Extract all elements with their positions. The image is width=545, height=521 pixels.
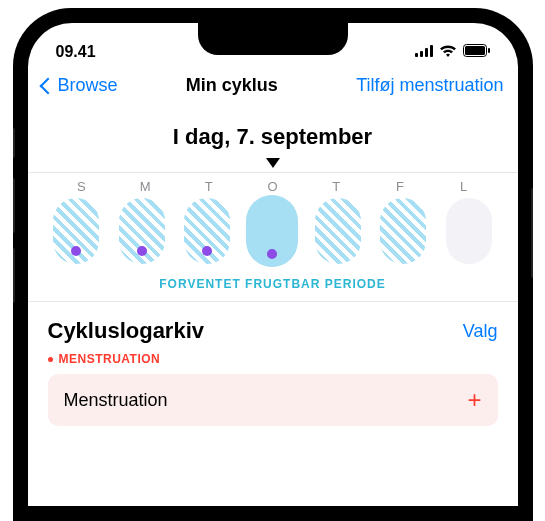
back-label: Browse — [58, 75, 118, 96]
wifi-icon — [439, 43, 457, 61]
svg-rect-5 — [465, 46, 485, 55]
status-icons — [415, 43, 490, 61]
svg-rect-0 — [415, 53, 418, 57]
options-button[interactable]: Valg — [463, 321, 498, 342]
week-strip[interactable]: SMTOTFL FORVENTET FRUGTBAR PERIODE — [28, 172, 518, 302]
log-row-label: Menstruation — [64, 390, 168, 411]
date-header: I dag, 7. september — [28, 104, 518, 158]
svg-rect-3 — [430, 45, 433, 57]
back-button[interactable]: Browse — [42, 75, 118, 96]
nav-title: Min cyklus — [186, 75, 278, 96]
ovulation-dot-icon — [137, 246, 147, 256]
svg-rect-2 — [425, 48, 428, 57]
ovulation-dot-icon — [267, 249, 277, 259]
chevron-left-icon — [39, 77, 56, 94]
weekday-label: S — [50, 179, 114, 194]
cellular-icon — [415, 43, 433, 61]
day-oval-wrap[interactable] — [311, 198, 364, 267]
day-oval-current — [246, 195, 298, 267]
menstruation-log-row[interactable]: Menstruation + — [48, 374, 498, 426]
screen: 09.41 Browse Min cyklus Tilføj men — [28, 23, 518, 506]
ovulation-dot-icon — [202, 246, 212, 256]
weekday-label: F — [368, 179, 432, 194]
weekday-label: T — [177, 179, 241, 194]
fertile-period-caption: FORVENTET FRUGTBAR PERIODE — [28, 267, 518, 291]
red-dot-icon — [48, 357, 53, 362]
weekday-row: SMTOTFL — [28, 179, 518, 194]
svg-rect-6 — [488, 48, 490, 53]
day-oval-wrap[interactable] — [50, 198, 103, 267]
day-ovals — [28, 194, 518, 267]
caret-down-icon — [266, 158, 280, 168]
day-oval — [315, 198, 361, 264]
weekday-label: T — [304, 179, 368, 194]
cycle-log-header: Cykluslogarkiv Valg — [48, 318, 498, 344]
side-button — [13, 178, 15, 233]
day-oval-wrap[interactable] — [246, 198, 299, 267]
day-oval-wrap[interactable] — [377, 198, 430, 267]
side-button — [531, 188, 533, 278]
nav-bar: Browse Min cyklus Tilføj menstruation — [28, 67, 518, 104]
battery-icon — [463, 43, 490, 61]
day-oval-wrap[interactable] — [180, 198, 233, 267]
day-oval — [119, 198, 165, 264]
menstruation-tag-label: MENSTRUATION — [59, 352, 161, 366]
day-oval — [53, 198, 99, 264]
weekday-label: M — [113, 179, 177, 194]
ovulation-dot-icon — [71, 246, 81, 256]
notch — [198, 23, 348, 55]
weekday-label: L — [432, 179, 496, 194]
status-time: 09.41 — [56, 43, 96, 61]
cycle-log-title: Cykluslogarkiv — [48, 318, 205, 344]
add-menstruation-button[interactable]: Tilføj menstruation — [356, 75, 503, 96]
day-oval-wrap[interactable] — [442, 198, 495, 267]
day-oval — [184, 198, 230, 264]
phone-frame: 09.41 Browse Min cyklus Tilføj men — [13, 8, 533, 521]
side-button — [13, 248, 15, 303]
plus-icon: + — [467, 388, 481, 412]
svg-rect-1 — [420, 51, 423, 57]
day-oval-wrap[interactable] — [115, 198, 168, 267]
weekday-label: O — [241, 179, 305, 194]
side-button — [13, 128, 15, 158]
menstruation-tag: MENSTRUATION — [48, 352, 498, 366]
cycle-log-section: Cykluslogarkiv Valg MENSTRUATION Menstru… — [28, 302, 518, 442]
day-oval — [446, 198, 492, 264]
day-oval — [380, 198, 426, 264]
